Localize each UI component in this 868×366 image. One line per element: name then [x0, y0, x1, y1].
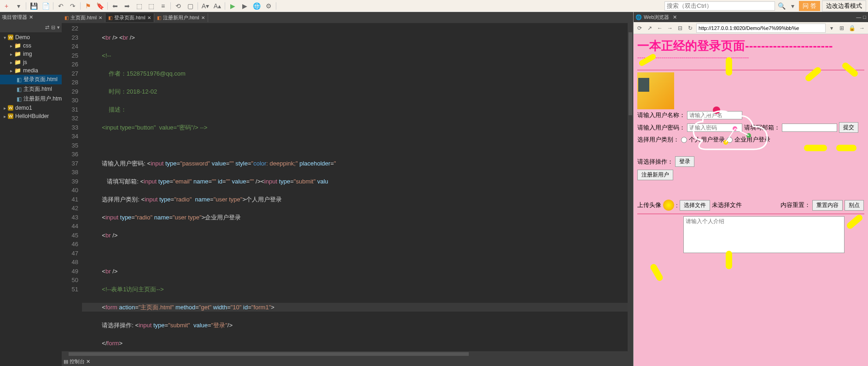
tab-login[interactable]: ◧登录页面.html✕: [105, 13, 154, 22]
browser-title: Web浏览器: [644, 14, 669, 21]
panel-title: 项目管理器: [2, 14, 27, 21]
search-dropdown-icon[interactable]: ▾: [788, 1, 797, 11]
run2-icon[interactable]: ▶: [240, 1, 249, 11]
dropdown-icon[interactable]: ▾: [14, 1, 23, 11]
refresh-icon[interactable]: ⟳: [635, 24, 644, 32]
page-dashes: ----------------------------------------…: [637, 54, 864, 61]
other-button[interactable]: 别点: [845, 200, 864, 211]
search-input[interactable]: [664, 1, 775, 11]
radio-personal[interactable]: [681, 137, 687, 143]
editor-scrollbar-v[interactable]: [628, 23, 633, 351]
tree-demo[interactable]: ▾WDemo: [0, 33, 62, 41]
editor-scrollbar-h[interactable]: [62, 351, 633, 357]
no-file-label: 未选择文件: [712, 201, 742, 209]
lock-icon[interactable]: 🔒: [848, 24, 856, 32]
tab-close-icon[interactable]: ✕: [147, 15, 151, 20]
redo-icon[interactable]: ↷: [68, 1, 77, 11]
operation-label: 请选择操作：: [637, 158, 673, 166]
globe-icon: 🌐: [635, 14, 642, 20]
collapse-icon[interactable]: ⊟: [51, 24, 55, 30]
tree-js[interactable]: ▸📁js: [0, 58, 62, 66]
console-icon: ▤: [64, 359, 68, 365]
smiley-icon[interactable]: [663, 200, 674, 211]
project-panel: 项目管理器 ✕ ⇄ ⊟ ▾ ▾WDemo ▸📁css ▸📁img ▸📁js ▸📁…: [0, 12, 62, 366]
browser-max-icon[interactable]: □: [863, 14, 866, 20]
tree-demo1[interactable]: ▸Wdemo1: [0, 104, 62, 112]
reload-icon[interactable]: ↻: [686, 24, 694, 32]
editor-tabs: ◧主页面.html✕ ◧登录页面.html✕ ◧注册新用户.html✕: [62, 12, 633, 23]
tree-register-file[interactable]: ◧注册新用户.html: [0, 94, 62, 104]
browser-panel: 🌐 Web浏览器 ✕ — □ ⟳ ↗ ← → ⊟ ↻ ▾ ⊞ 🔒 →: [633, 12, 868, 366]
url-input[interactable]: [696, 24, 826, 33]
indent-right-icon[interactable]: ➡: [122, 1, 132, 11]
tree-css[interactable]: ▸📁css: [0, 41, 62, 50]
code-editor[interactable]: 2223242526272829303132333435363738394041…: [62, 23, 633, 351]
forward-icon[interactable]: →: [666, 24, 674, 32]
new-icon[interactable]: +: [2, 1, 11, 11]
tree-media[interactable]: ▸📁media: [0, 66, 62, 75]
mode-button[interactable]: 边改边看模式: [822, 0, 866, 12]
usertype-label: 选择用户类别：: [637, 136, 679, 144]
external-icon[interactable]: ↗: [646, 24, 654, 32]
save-icon[interactable]: 💾: [29, 1, 38, 11]
cloud-graphic: [689, 103, 781, 168]
save-all-icon[interactable]: 📄: [41, 1, 50, 11]
submit-button[interactable]: 提交: [839, 122, 858, 133]
settings-icon[interactable]: ⚙: [264, 1, 273, 11]
link-icon[interactable]: ⇄: [45, 24, 49, 30]
stop-icon[interactable]: ⊟: [676, 24, 684, 32]
tab-close-icon[interactable]: ✕: [99, 15, 102, 20]
line-gutter: 2223242526272829303132333435363738394041…: [62, 23, 82, 351]
grid-icon[interactable]: ⊞: [838, 24, 846, 32]
search-area: 🔍 ▾ 问 答 边改边看模式: [664, 0, 866, 12]
browser-toolbar: ⟳ ↗ ← → ⊟ ↻ ▾ ⊞ 🔒 →: [634, 22, 868, 34]
page-title: 一本正经的登录页面----------------------: [637, 38, 864, 54]
run-icon[interactable]: ▶: [228, 1, 237, 11]
browser-min-icon[interactable]: —: [856, 14, 861, 20]
bookmark-icon[interactable]: ⚑: [83, 1, 93, 11]
url-dropdown-icon[interactable]: ▾: [827, 24, 836, 32]
bookmark2-icon[interactable]: 🔖: [95, 1, 105, 11]
browser-close-icon[interactable]: ✕: [673, 14, 677, 20]
choose-file-button[interactable]: 选择文件: [680, 200, 710, 211]
tab-close-icon[interactable]: ✕: [201, 15, 205, 20]
tree-login-file[interactable]: ◧登录页面.html: [0, 75, 62, 84]
page-divider: [637, 70, 864, 71]
register-button[interactable]: 注册新用户: [637, 170, 673, 180]
menu-icon[interactable]: ▾: [57, 24, 60, 30]
box-icon[interactable]: ▢: [186, 1, 195, 11]
page-divider-2: [637, 213, 864, 214]
email-input[interactable]: [782, 124, 837, 132]
tree-hello[interactable]: ▸WHelloHBuilder: [0, 112, 62, 120]
password-label: 请输入用户密码：: [637, 124, 685, 132]
main-toolbar: + ▾ 💾 📄 ↶ ↷ ⚑ 🔖 ⬅ ➡ ⬚ ⬚ ≡ ⟲ ▢ A▾ A▴ ▶ ▶ …: [0, 0, 868, 12]
comment-icon[interactable]: ⬚: [134, 1, 144, 11]
undo-icon[interactable]: ↶: [56, 1, 65, 11]
indent-left-icon[interactable]: ⬅: [111, 1, 120, 11]
console-close-icon[interactable]: ✕: [86, 359, 90, 365]
back-icon[interactable]: ←: [656, 24, 664, 32]
svg-line-5: [726, 129, 735, 142]
search-icon[interactable]: 🔍: [777, 1, 786, 11]
browser-icon[interactable]: 🌐: [252, 1, 261, 11]
font-small-icon[interactable]: A▾: [201, 1, 210, 11]
username-label: 请输入用户名称：: [637, 111, 685, 119]
panel-close-icon[interactable]: ✕: [29, 14, 33, 20]
tree-main-file[interactable]: ◧主页面.html: [0, 84, 62, 94]
reset-button[interactable]: 重置内容: [812, 200, 843, 211]
project-tree: ▾WDemo ▸📁css ▸📁img ▸📁js ▸📁media ◧登录页面.ht…: [0, 32, 62, 366]
intro-textarea[interactable]: [683, 216, 845, 253]
goto-icon[interactable]: →: [858, 24, 866, 32]
tab-register[interactable]: ◧注册新用户.html✕: [154, 13, 208, 22]
qa-button[interactable]: 问 答: [799, 1, 820, 11]
console-tab[interactable]: ▤ 控制台 ✕: [62, 357, 633, 366]
tab-main[interactable]: ◧主页面.html✕: [62, 13, 105, 22]
format-icon[interactable]: ≡: [158, 1, 168, 11]
uncomment-icon[interactable]: ⬚: [146, 1, 156, 11]
code-content[interactable]: <br /> <br /> <!-- 作者：1528751976@qq.com …: [82, 23, 633, 351]
font-large-icon[interactable]: A▴: [213, 1, 222, 11]
tree-img[interactable]: ▸📁img: [0, 50, 62, 58]
reset-label: 内容重置：: [781, 201, 810, 209]
wrap-icon[interactable]: ⟲: [174, 1, 183, 11]
svg-line-4: [735, 129, 749, 136]
